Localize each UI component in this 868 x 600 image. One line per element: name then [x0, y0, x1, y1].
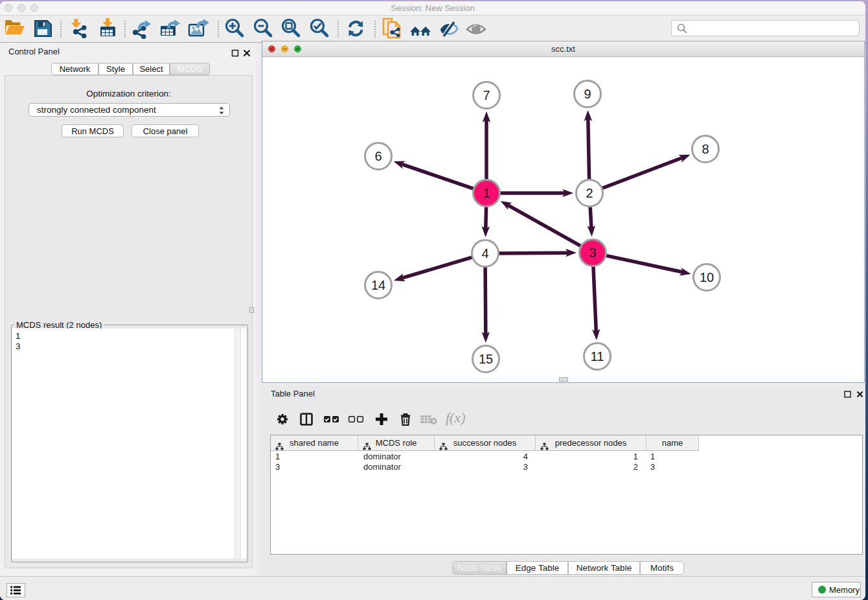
- svg-text:9: 9: [584, 87, 591, 101]
- svg-text:10: 10: [700, 270, 714, 284]
- svg-text:7: 7: [483, 88, 490, 102]
- svg-text:3: 3: [589, 246, 596, 260]
- svg-text:8: 8: [702, 142, 709, 156]
- svg-text:1: 1: [483, 186, 490, 200]
- svg-text:11: 11: [591, 349, 604, 363]
- svg-text:6: 6: [374, 149, 382, 163]
- svg-text:4: 4: [481, 246, 488, 260]
- svg-text:14: 14: [371, 278, 385, 292]
- svg-text:15: 15: [479, 352, 493, 366]
- svg-text:2: 2: [586, 186, 593, 200]
